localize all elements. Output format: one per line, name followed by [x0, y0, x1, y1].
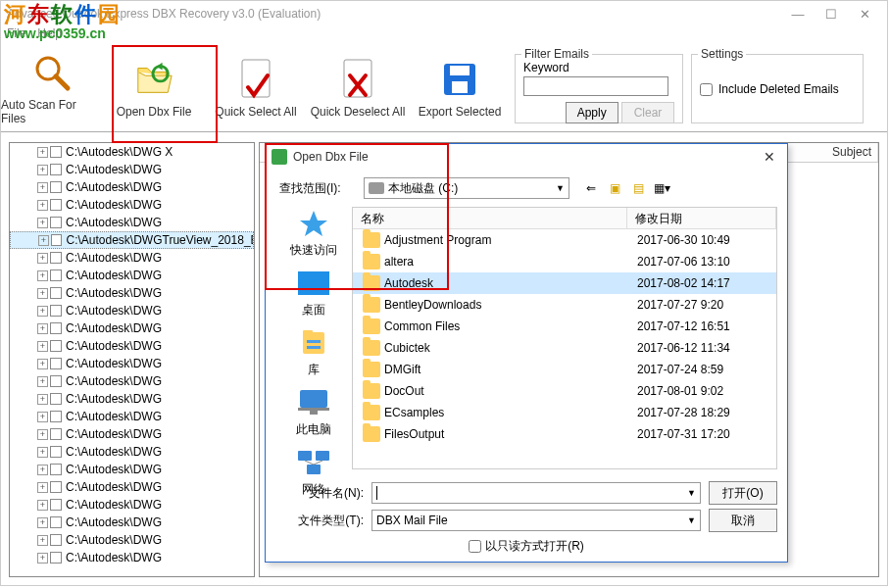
tree-item[interactable]: +C:\Autodesk\DWG: [10, 319, 254, 337]
tree-checkbox[interactable]: [50, 287, 62, 299]
lookin-combo[interactable]: 本地磁盘 (C:) ▼: [364, 177, 569, 199]
file-row[interactable]: DocOut2017-08-01 9:02: [353, 380, 776, 402]
expand-icon[interactable]: +: [37, 553, 48, 564]
tree-item[interactable]: +C:\Autodesk\DWG: [10, 478, 254, 496]
tree-checkbox[interactable]: [50, 199, 62, 211]
expand-icon[interactable]: +: [37, 253, 48, 264]
menu-file[interactable]: File: [7, 26, 25, 46]
expand-icon[interactable]: +: [37, 288, 48, 299]
keyword-input[interactable]: [523, 76, 668, 96]
tree-panel[interactable]: +C:\Autodesk\DWG X+C:\Autodesk\DWG+C:\Au…: [9, 142, 255, 577]
expand-icon[interactable]: +: [37, 517, 48, 528]
auto-scan-button[interactable]: Auto Scan For Files: [1, 46, 103, 132]
file-row[interactable]: altera2017-07-06 13:10: [353, 251, 776, 272]
tree-item[interactable]: +C:\Autodesk\DWG: [10, 496, 254, 514]
tree-item[interactable]: +C:\Autodesk\DWG: [10, 390, 254, 408]
tree-item[interactable]: +C:\Autodesk\DWG: [10, 408, 254, 425]
file-header-date[interactable]: 修改日期: [627, 208, 776, 228]
expand-icon[interactable]: +: [38, 235, 49, 246]
tree-item[interactable]: +C:\Autodesk\DWG: [10, 214, 254, 231]
close-button[interactable]: ✕: [848, 7, 881, 22]
tree-checkbox[interactable]: [50, 270, 62, 281]
place-this-pc[interactable]: 此电脑: [275, 386, 352, 438]
tree-item[interactable]: +C:\Autodesk\DWG: [10, 267, 254, 284]
tree-item[interactable]: +C:\Autodesk\DWG: [10, 514, 254, 531]
file-row[interactable]: FilesOutput2017-07-31 17:20: [353, 423, 776, 445]
expand-icon[interactable]: +: [37, 429, 48, 440]
tree-checkbox[interactable]: [50, 393, 62, 405]
file-header-name[interactable]: 名称: [353, 208, 627, 228]
tree-checkbox[interactable]: [50, 411, 62, 422]
file-row[interactable]: Common Files2017-07-12 16:51: [353, 316, 776, 337]
tree-item[interactable]: +C:\Autodesk\DWG: [10, 355, 254, 372]
maximize-button[interactable]: ☐: [815, 7, 848, 22]
expand-icon[interactable]: +: [37, 200, 48, 211]
expand-icon[interactable]: +: [37, 376, 48, 387]
filetype-combo[interactable]: DBX Mail File▼: [371, 510, 701, 531]
tree-checkbox[interactable]: [50, 516, 62, 528]
file-row[interactable]: DMGift2017-07-24 8:59: [353, 359, 776, 380]
tree-checkbox[interactable]: [50, 305, 62, 317]
tree-item[interactable]: +C:\Autodesk\DWG X: [10, 143, 254, 161]
dialog-close-button[interactable]: ✕: [758, 149, 781, 165]
include-deleted-checkbox[interactable]: Include Deleted Emails: [700, 82, 855, 96]
expand-icon[interactable]: +: [37, 447, 48, 458]
tree-checkbox[interactable]: [50, 252, 62, 264]
tree-item[interactable]: +C:\Autodesk\DWG: [10, 337, 254, 355]
place-quick-access[interactable]: 快速访问: [275, 207, 352, 259]
open-dbx-button[interactable]: Open Dbx File: [103, 46, 205, 132]
expand-icon[interactable]: +: [37, 147, 48, 158]
tree-item[interactable]: +C:\Autodesk\DWG: [10, 284, 254, 302]
expand-icon[interactable]: +: [37, 306, 48, 317]
expand-icon[interactable]: +: [37, 412, 48, 422]
tree-checkbox[interactable]: [50, 428, 62, 440]
tree-item[interactable]: +C:\Autodesk\DWG: [10, 549, 254, 566]
new-folder-icon[interactable]: ▤: [630, 180, 646, 196]
file-row[interactable]: Cubictek2017-06-12 11:34: [353, 337, 776, 359]
include-deleted-input[interactable]: [700, 83, 713, 96]
expand-icon[interactable]: +: [37, 500, 48, 511]
menu-help[interactable]: Help: [37, 26, 62, 46]
file-row[interactable]: Autodesk2017-08-02 14:17: [353, 272, 776, 294]
tree-checkbox[interactable]: [50, 481, 62, 493]
tree-item[interactable]: +C:\Autodesk\DWG: [10, 178, 254, 196]
file-row[interactable]: BentleyDownloads2017-07-27 9:20: [353, 294, 776, 316]
readonly-checkbox[interactable]: [469, 540, 481, 553]
place-desktop[interactable]: 桌面: [275, 267, 352, 318]
export-button[interactable]: Export Selected: [409, 46, 511, 132]
expand-icon[interactable]: +: [37, 270, 48, 281]
tree-checkbox[interactable]: [51, 234, 63, 246]
tree-checkbox[interactable]: [50, 146, 62, 158]
minimize-button[interactable]: —: [781, 7, 815, 22]
file-row[interactable]: ECsamples2017-07-28 18:29: [353, 402, 776, 423]
tree-item[interactable]: +C:\Autodesk\DWGTrueView_2018_E: [10, 231, 254, 249]
cancel-button[interactable]: 取消: [709, 509, 777, 532]
tree-checkbox[interactable]: [50, 446, 62, 458]
expand-icon[interactable]: +: [37, 482, 48, 493]
place-libraries[interactable]: 库: [275, 326, 352, 378]
tree-checkbox[interactable]: [50, 322, 62, 334]
expand-icon[interactable]: +: [37, 359, 48, 369]
tree-checkbox[interactable]: [50, 181, 62, 193]
file-list[interactable]: Adjustment Program2017-06-30 10:49altera…: [353, 229, 776, 468]
tree-item[interactable]: +C:\Autodesk\DWG: [10, 249, 254, 267]
clear-button[interactable]: Clear: [621, 102, 674, 123]
tree-item[interactable]: +C:\Autodesk\DWG: [10, 531, 254, 549]
expand-icon[interactable]: +: [37, 182, 48, 193]
expand-icon[interactable]: +: [37, 465, 48, 475]
tree-item[interactable]: +C:\Autodesk\DWG: [10, 161, 254, 178]
tree-checkbox[interactable]: [50, 375, 62, 387]
tree-item[interactable]: +C:\Autodesk\DWG: [10, 461, 254, 478]
tree-checkbox[interactable]: [50, 358, 62, 369]
tree-item[interactable]: +C:\Autodesk\DWG: [10, 302, 254, 319]
tree-checkbox[interactable]: [50, 499, 62, 511]
tree-checkbox[interactable]: [50, 552, 62, 564]
expand-icon[interactable]: +: [37, 218, 48, 228]
col-subject[interactable]: Subject: [826, 143, 878, 162]
file-row[interactable]: Adjustment Program2017-06-30 10:49: [353, 229, 776, 251]
expand-icon[interactable]: +: [37, 165, 48, 175]
tree-item[interactable]: +C:\Autodesk\DWG: [10, 443, 254, 461]
expand-icon[interactable]: +: [37, 323, 48, 334]
expand-icon[interactable]: +: [37, 341, 48, 352]
back-icon[interactable]: ⇐: [583, 180, 599, 196]
